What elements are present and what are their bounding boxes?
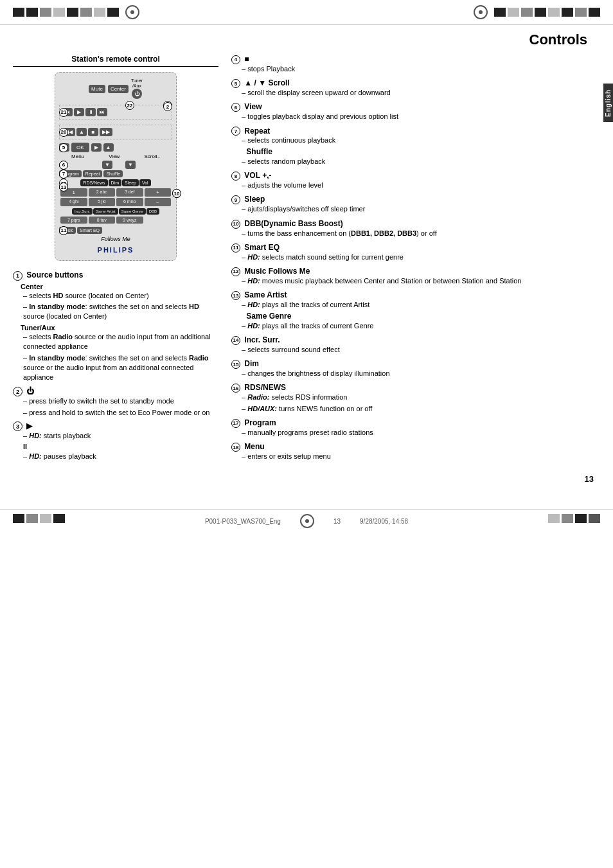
top-bar-right xyxy=(494,8,600,17)
play-btn[interactable]: ▶ xyxy=(74,108,84,116)
right-bullet-16-2: HD/AUX: turns NEWS function on or off xyxy=(242,404,594,414)
top-bar-left xyxy=(13,8,119,17)
right-item-18: 18 Menu enters or exits setup menu xyxy=(231,442,594,461)
right-item-7: 7 Repeat selects continuous playback Shu… xyxy=(231,127,594,167)
desc-item-2-header: 2 ⏻ xyxy=(13,387,218,396)
footer-bar-block xyxy=(26,514,38,523)
remote-top-buttons: Mute Center Tuner/Aux ⏻ xyxy=(59,78,172,99)
bar-block xyxy=(521,8,533,17)
scroll-label: Scroll– xyxy=(144,154,159,159)
num3-btn[interactable]: 3 def xyxy=(116,188,143,197)
incrsurr-btn[interactable]: Incr.Surr. xyxy=(72,208,93,215)
bar-block xyxy=(589,8,600,17)
same-genre-subtitle: Same Genre xyxy=(231,312,594,321)
smarteq-btn[interactable]: Smart EQ xyxy=(77,227,102,234)
page-number: 13 xyxy=(231,474,594,484)
right-item-9: 9 Sleep ajuts/displays/switches off slee… xyxy=(231,195,594,214)
right-num-13: 13 xyxy=(231,291,240,300)
footer-bar-block xyxy=(13,514,24,523)
footer-right: 9/28/2005, 14:58 xyxy=(360,518,408,525)
next-btn[interactable]: ⏭ xyxy=(97,108,107,116)
right-num-14: 14 xyxy=(231,336,240,345)
right-num-17: 17 xyxy=(231,419,240,428)
right-item-12: 12 Music Follows Me HD: moves music play… xyxy=(231,267,594,286)
right-num-12: 12 xyxy=(231,267,240,276)
right-bullet-11-1: HD: selects match sound setting for curr… xyxy=(242,252,594,262)
samegenre-btn[interactable]: Same Genre xyxy=(119,208,146,215)
dim-btn[interactable]: Dim xyxy=(109,179,121,186)
desc-num-2: 2 xyxy=(13,387,22,396)
num2-btn[interactable]: 2 abc xyxy=(89,188,116,197)
desc-bullet-1-1: selects HD source (located on Center) xyxy=(23,291,218,301)
ok-btn[interactable]: OK xyxy=(71,143,89,152)
top-bar-circle-right xyxy=(474,5,488,19)
rdsnews-btn[interactable]: RDS/News xyxy=(80,179,107,186)
right-title-9: Sleep xyxy=(244,195,265,204)
up2-btn[interactable]: ▲ xyxy=(103,143,114,152)
desc-subtitle-tuner: Tuner/Aux xyxy=(21,324,218,332)
right-bullet-12-1: HD: moves music playback between Center … xyxy=(242,276,594,286)
center-btn[interactable]: Center xyxy=(108,85,129,93)
num4-btn[interactable]: 4 ghi xyxy=(60,198,87,206)
repeat-btn[interactable]: Repeat xyxy=(83,170,103,177)
right-num-6: 6 xyxy=(231,103,240,112)
remote-section-title: Station's remote control xyxy=(13,55,218,67)
right-bullet-shuffle: selects random playback xyxy=(242,157,594,166)
plus-btn[interactable]: + xyxy=(145,188,172,197)
sameartist-btn[interactable]: Same Artist xyxy=(93,208,118,215)
footer-decoration-right xyxy=(548,514,600,528)
footer-text: P001-P033_WAS700_Eng 13 9/28/2005, 14:58 xyxy=(205,514,408,528)
num5-btn[interactable]: 5 jkl xyxy=(89,198,116,206)
right-bullet-10-1: turns the bass enhancement on (DBB1, DBB… xyxy=(242,229,594,238)
down-btn[interactable]: ▼ xyxy=(102,161,112,169)
mute-btn[interactable]: Mute xyxy=(89,85,105,93)
right-bullet-17-1: manually programs preset radio stations xyxy=(242,428,594,438)
right-title-4: ■ xyxy=(244,55,249,64)
num-label-5: 5 xyxy=(59,143,68,152)
shuffle-btn[interactable]: Shuffle xyxy=(103,170,123,177)
desc-bullet-1-2: In standby mode: switches the set on and… xyxy=(23,302,218,322)
right-num-9: 9 xyxy=(231,195,240,204)
transport-controls-2: ◀◀ ▲ ■ ▶▶ xyxy=(59,125,172,139)
right-bullet-samegenre: HD: plays all the tracks of current Genr… xyxy=(242,321,594,331)
ff-btn[interactable]: ▶▶ xyxy=(100,128,112,136)
desc-subtitle-center: Center xyxy=(21,283,218,290)
right-title-18: Menu xyxy=(244,442,264,451)
num-label-7: 7 xyxy=(59,170,68,179)
pause-btn[interactable]: ⏸ xyxy=(85,108,96,116)
right-bullet-7-1: selects continuous playback xyxy=(242,136,594,145)
right-title-7: Repeat xyxy=(244,127,270,136)
footer-decoration-left xyxy=(13,514,65,528)
right-bullet-16-1: Radio: selects RDS information xyxy=(242,393,594,402)
num6-btn[interactable]: 6 mno xyxy=(116,198,143,206)
power-btn[interactable]: ⏻ xyxy=(132,89,142,99)
right-item-16: 16 RDS/NEWS Radio: selects RDS informati… xyxy=(231,383,594,414)
vol-btn[interactable]: Vol xyxy=(139,179,151,186)
top-bar-circle-left xyxy=(125,5,139,19)
desc-symbol-power: ⏻ xyxy=(26,387,34,396)
desc-title-1: Source buttons xyxy=(26,270,83,279)
right-num-11: 11 xyxy=(231,244,240,252)
bar-block xyxy=(107,8,119,17)
bar-block xyxy=(53,8,65,17)
sleep-btn[interactable]: Sleep xyxy=(122,179,139,186)
bar-block xyxy=(494,8,506,17)
remote-container: Mute Center Tuner/Aux ⏻ xyxy=(13,72,218,261)
right-item-15: 15 Dim changes the brightness of display… xyxy=(231,359,594,378)
down2-btn[interactable]: ▼ xyxy=(125,161,136,169)
bar-block xyxy=(535,8,546,17)
right-bullet-5-1: scroll the display screen upward or down… xyxy=(242,88,594,98)
forward-btn[interactable]: ▶ xyxy=(91,143,102,152)
right-title-8: VOL +,- xyxy=(244,171,271,180)
num9-btn[interactable]: 9 wxyz xyxy=(116,217,143,224)
right-num-18: 18 xyxy=(231,443,240,452)
stop-btn[interactable]: ■ xyxy=(88,128,98,136)
menu-label: Menu xyxy=(71,154,84,159)
desc-pause-symbol: II xyxy=(13,443,218,450)
num8-btn[interactable]: 8 tuv xyxy=(89,217,116,224)
num7-btn[interactable]: 7 pqrs xyxy=(60,217,87,224)
up-btn[interactable]: ▲ xyxy=(76,128,87,136)
minus-btn[interactable]: – xyxy=(145,198,172,206)
dbb-btn[interactable]: DBB xyxy=(147,208,159,215)
right-num-8: 8 xyxy=(231,172,240,181)
